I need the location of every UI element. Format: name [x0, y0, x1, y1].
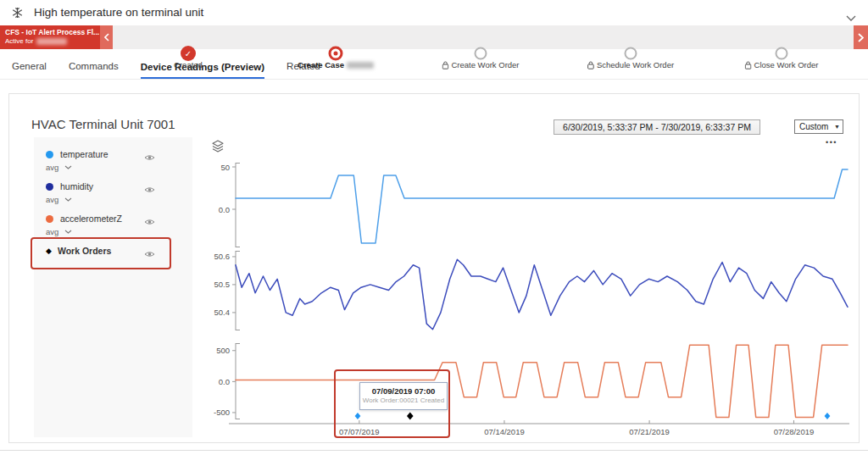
svg-text:-500: -500	[214, 408, 230, 417]
svg-text:50.4: 50.4	[214, 308, 231, 317]
tooltip-date: 07/09/2019 07:00	[360, 386, 447, 396]
svg-text:500: 500	[216, 346, 230, 355]
stage-label-created[interactable]: Created	[174, 60, 203, 69]
tab-device-readings[interactable]: Device Readings (Preview)	[141, 62, 264, 80]
device-readings-chart[interactable]: 500.050.650.550.45000.0-50007/07/201907/…	[203, 159, 856, 443]
work-order-tooltip: 07/09/2019 07:00 Work Order:00021 Create…	[359, 382, 448, 410]
aggregation-dropdown[interactable]: avg	[46, 195, 192, 204]
date-range-button[interactable]: 6/30/2019, 5:33:37 PM - 7/30/2019, 6:33:…	[554, 119, 760, 135]
iot-alert-icon	[11, 6, 24, 23]
tooltip-event: Work Order:00021 Created	[360, 397, 447, 404]
eye-icon[interactable]	[144, 214, 155, 230]
process-status: Active for	[5, 37, 33, 45]
stage-close-work-order-dot[interactable]	[776, 47, 788, 60]
tab-commands[interactable]: Commands	[69, 61, 119, 79]
redacted-text	[36, 38, 67, 45]
svg-text:50: 50	[220, 163, 230, 172]
stage-label-close-work-order[interactable]: Close Work Order	[745, 60, 819, 69]
stage-schedule-work-order-dot[interactable]	[625, 47, 637, 60]
chevron-down-icon	[64, 197, 72, 202]
time-range-select[interactable]: Custom▼	[794, 119, 843, 134]
legend-item-humidity[interactable]: humidity avg	[34, 181, 192, 204]
svg-text:50.5: 50.5	[214, 280, 231, 289]
eye-icon[interactable]	[144, 150, 155, 165]
stage-create-case-dot[interactable]	[329, 47, 343, 61]
app-window: High temperature on terminal unit CFS - …	[0, 0, 868, 466]
svg-text:0.0: 0.0	[219, 377, 230, 386]
page-title: High temperature on terminal unit	[34, 6, 203, 19]
business-process-flow: CFS - IoT Alert Process Fl... Active for…	[0, 25, 868, 49]
legend-item-accelerometerZ[interactable]: accelerometerZ avg	[34, 214, 192, 236]
humidity-color-dot	[46, 183, 53, 191]
select-caret-icon: ▼	[834, 124, 840, 130]
divider	[0, 450, 868, 451]
svg-text:07/14/2019: 07/14/2019	[484, 427, 525, 436]
eye-icon[interactable]	[144, 247, 155, 262]
lock-icon	[745, 61, 752, 69]
more-options-icon[interactable]: •••	[826, 138, 837, 147]
stage-label-create-work-order[interactable]: Create Work Order	[442, 60, 519, 69]
redacted-text	[347, 62, 374, 69]
chevron-down-icon	[64, 165, 72, 169]
accelerometerZ-color-dot	[46, 215, 53, 223]
aggregation-dropdown[interactable]: avg	[46, 227, 192, 236]
chevron-down-icon	[64, 230, 72, 234]
eye-icon[interactable]	[144, 182, 155, 197]
process-scroll-left-button[interactable]	[100, 25, 113, 49]
temperature-color-dot	[46, 151, 53, 158]
stack-layers-icon[interactable]	[212, 140, 224, 156]
stage-created-dot[interactable]: ✓	[181, 46, 196, 61]
svg-text:0.0: 0.0	[219, 205, 230, 214]
work-orders-diamond-icon: ◆	[46, 247, 52, 255]
stage-label-create-case[interactable]: Create Case	[298, 60, 374, 69]
svg-text:07/07/2019: 07/07/2019	[339, 427, 380, 436]
process-flyout[interactable]: CFS - IoT Alert Process Fl... Active for	[0, 25, 100, 49]
lock-icon	[587, 61, 594, 69]
series-legend: temperature avg humidity avg	[34, 137, 192, 437]
svg-text:07/28/2019: 07/28/2019	[774, 427, 815, 436]
stage-label-schedule-work-order[interactable]: Schedule Work Order	[587, 60, 674, 69]
legend-item-work-orders[interactable]: ◆ Work Orders	[34, 246, 192, 256]
aggregation-dropdown[interactable]: avg	[46, 163, 192, 172]
lock-icon	[442, 61, 448, 69]
legend-item-temperature[interactable]: temperature avg	[34, 149, 192, 172]
chevron-down-icon[interactable]	[846, 9, 856, 25]
device-title: HVAC Terminal Unit 7001	[31, 117, 175, 131]
svg-text:07/21/2019: 07/21/2019	[629, 427, 670, 436]
process-scroll-right-button[interactable]	[854, 25, 868, 49]
record-header: High temperature on terminal unit	[0, 0, 868, 25]
svg-text:50.6: 50.6	[214, 252, 231, 261]
form-tabs: General Commands Device Readings (Previe…	[0, 49, 868, 80]
tab-general[interactable]: General	[12, 61, 47, 79]
stage-create-work-order-dot[interactable]	[475, 47, 487, 60]
process-name: CFS - IoT Alert Process Fl...	[5, 28, 95, 36]
